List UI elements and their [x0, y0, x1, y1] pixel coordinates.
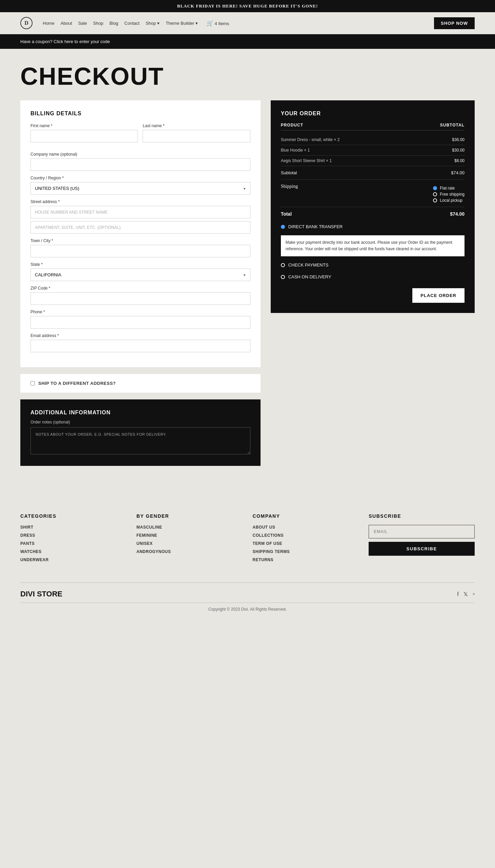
subscribe-title: SUBSCRIBE — [369, 513, 475, 519]
email-label: Email address * — [31, 333, 250, 338]
cod-radio[interactable] — [281, 275, 285, 279]
shipping-free[interactable]: Free shipping — [433, 192, 464, 197]
ship-different-checkbox[interactable] — [31, 381, 35, 385]
ship-checkbox-row: SHIP TO A DIFFERENT ADDRESS? — [31, 381, 250, 386]
main-content: CHECKOUT BILLING DETAILS First name * La… — [0, 49, 495, 493]
cat-underwear[interactable]: UNDERWEAR — [20, 557, 126, 562]
notes-label: Order notes (optional) — [31, 420, 250, 424]
payment-cod[interactable]: CASH ON DELIVERY — [281, 271, 464, 283]
company-input[interactable] — [31, 158, 250, 171]
footer-categories: CATEGORIES SHIRT DRESS PANTS WATCHES UND… — [20, 513, 126, 566]
footer-bottom: DIVI STORE f 𝕏 ▫ — [20, 583, 475, 598]
additional-title: ADDITIONAL INFORMATION — [31, 410, 250, 416]
place-order-button[interactable]: PLACE ORDER — [412, 288, 464, 303]
phone-input[interactable] — [31, 316, 250, 329]
shipping-local[interactable]: Local pickup — [433, 198, 464, 203]
top-banner: BLACK FRIDAY IS HERE! SAVE HUGE BEFORE I… — [0, 0, 495, 12]
cat-dress[interactable]: DRESS — [20, 533, 126, 538]
nav-contact[interactable]: Contact — [124, 21, 140, 26]
nav-about[interactable]: About — [61, 21, 72, 26]
shipping-label: Shipping — [281, 184, 298, 203]
copyright-text: Copyright © 2023 Divi. All Rights Reserv… — [208, 607, 287, 612]
cod-label: CASH ON DELIVERY — [288, 274, 331, 279]
free-shipping-radio[interactable] — [433, 192, 437, 196]
checkout-grid: BILLING DETAILS First name * Last name *… — [20, 100, 475, 466]
gender-androgynous[interactable]: ANDROGYNOUS — [137, 549, 243, 554]
instagram-icon[interactable]: ▫ — [473, 591, 475, 597]
coupon-bar[interactable]: Have a coupon? Click here to enter your … — [0, 34, 495, 49]
cat-shirt[interactable]: SHIRT — [20, 525, 126, 530]
city-label: Town / City * — [31, 238, 250, 243]
nav-blog[interactable]: Blog — [109, 21, 118, 26]
order-item-1: Summer Dress - small, white × 2 $36.00 — [281, 135, 464, 145]
nav-theme-builder[interactable]: Theme Builder ▾ — [166, 21, 198, 26]
subscribe-button[interactable]: SUBSCRIBE — [369, 542, 475, 556]
check-payments-radio[interactable] — [281, 263, 285, 267]
notes-textarea[interactable] — [31, 427, 250, 454]
company-about[interactable]: ABOUT US — [253, 525, 359, 530]
street-input[interactable] — [31, 206, 250, 218]
direct-bank-radio[interactable] — [281, 225, 285, 229]
last-name-input[interactable] — [143, 130, 250, 143]
payment-direct-bank[interactable]: DIRECT BANK TRANSFER — [281, 221, 464, 233]
company-label: Company name (optional) — [31, 152, 250, 157]
order-item-3: Aegis Short Sleeve Shirt × 1 $8.00 — [281, 156, 464, 166]
first-name-label: First name * — [31, 123, 138, 128]
phone-label: Phone * — [31, 310, 250, 314]
subtotal-value: $74.00 — [451, 170, 464, 175]
company-shipping[interactable]: SHIPPING TERMS — [253, 549, 359, 554]
country-select[interactable]: UNITED STATES (US) — [31, 182, 250, 195]
shop-now-button[interactable]: SHOP NOW — [434, 17, 475, 29]
state-select[interactable]: CALIFORNIA — [31, 269, 250, 281]
social-icons: f 𝕏 ▫ — [457, 591, 475, 597]
footer-brand: DIVI STORE — [20, 590, 62, 598]
last-name-label: Last name * — [143, 123, 250, 128]
company-collections[interactable]: COLLECTIONS — [253, 533, 359, 538]
categories-title: CATEGORIES — [20, 513, 126, 519]
order-item-2: Blue Hoodie × 1 $30.00 — [281, 145, 464, 156]
cat-pants[interactable]: PANTS — [20, 541, 126, 546]
flat-rate-radio[interactable] — [433, 186, 437, 190]
gender-title: BY GENDER — [137, 513, 243, 519]
country-select-wrapper: UNITED STATES (US) — [31, 182, 250, 195]
apt-input[interactable] — [31, 221, 250, 234]
subscribe-email-input[interactable] — [369, 525, 475, 538]
company-title: COMPANY — [253, 513, 359, 519]
shipping-flat[interactable]: Flat rate — [433, 186, 464, 190]
left-column: BILLING DETAILS First name * Last name *… — [20, 100, 260, 466]
site-logo[interactable]: D — [20, 17, 33, 29]
billing-card: BILLING DETAILS First name * Last name *… — [20, 100, 260, 367]
company-term[interactable]: TERM OF USE — [253, 541, 359, 546]
order-total-row: Total $74.00 — [281, 207, 464, 221]
page-title: CHECKOUT — [20, 62, 475, 90]
nav-shop-dropdown[interactable]: Shop ▾ — [146, 21, 159, 26]
cat-watches[interactable]: WATCHES — [20, 549, 126, 554]
gender-feminine[interactable]: FEMININE — [137, 533, 243, 538]
gender-masculine[interactable]: MASCULINE — [137, 525, 243, 530]
payment-check[interactable]: CHECK PAYMENTS — [281, 259, 464, 271]
street-group: Street address * — [31, 199, 250, 234]
subtotal-label: Subtotal — [281, 170, 297, 175]
company-returns[interactable]: RETURNS — [253, 557, 359, 562]
total-value: $74.00 — [450, 211, 464, 217]
billing-title: BILLING DETAILS — [31, 111, 250, 117]
nav-sale[interactable]: Sale — [78, 21, 87, 26]
first-name-input[interactable] — [31, 130, 138, 143]
zip-input[interactable] — [31, 292, 250, 305]
zip-label: ZIP Code * — [31, 286, 250, 290]
city-input[interactable] — [31, 245, 250, 257]
twitter-icon[interactable]: 𝕏 — [463, 591, 468, 597]
nav-shop[interactable]: Shop — [93, 21, 103, 26]
local-pickup-radio[interactable] — [433, 198, 437, 202]
email-group: Email address * — [31, 333, 250, 352]
gender-unisex[interactable]: UNISEX — [137, 541, 243, 546]
footer-by-gender: BY GENDER MASCULINE FEMININE UNISEX ANDR… — [137, 513, 243, 566]
nav-home[interactable]: Home — [43, 21, 54, 26]
state-label: State * — [31, 262, 250, 267]
cart-count[interactable]: 4 Items — [215, 21, 229, 26]
footer-copyright: Copyright © 2023 Divi. All Rights Reserv… — [20, 602, 475, 612]
email-input[interactable] — [31, 340, 250, 352]
state-select-wrapper: CALIFORNIA — [31, 269, 250, 281]
facebook-icon[interactable]: f — [457, 591, 459, 597]
bank-transfer-info: Make your payment directly into our bank… — [281, 235, 464, 256]
